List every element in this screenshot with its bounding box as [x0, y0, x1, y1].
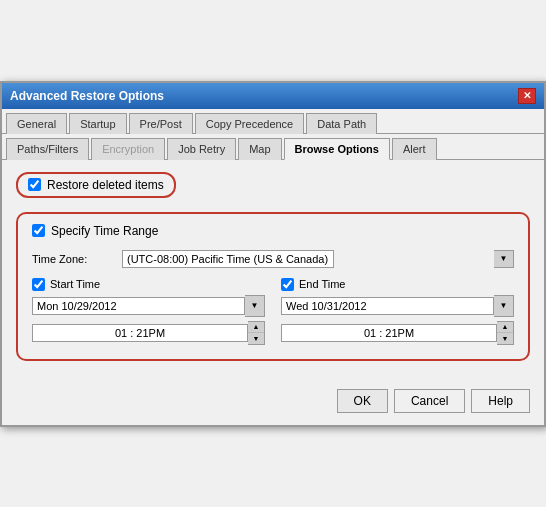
- end-time-spin: ▲ ▼: [497, 321, 514, 345]
- time-zone-label: Time Zone:: [32, 253, 122, 265]
- time-zone-row: Time Zone: (UTC-08:00) Pacific Time (US …: [32, 250, 514, 268]
- specify-time-range-checkbox[interactable]: [32, 224, 45, 237]
- start-time-input[interactable]: [32, 324, 248, 342]
- start-time-input-row: ▲ ▼: [32, 321, 265, 345]
- tab-data-path[interactable]: Data Path: [306, 113, 377, 134]
- end-time-checkbox[interactable]: [281, 278, 294, 291]
- cancel-button[interactable]: Cancel: [394, 389, 465, 413]
- time-zone-select[interactable]: (UTC-08:00) Pacific Time (US & Canada): [122, 250, 334, 268]
- restore-deleted-label: Restore deleted items: [47, 178, 164, 192]
- specify-time-range-label: Specify Time Range: [51, 224, 158, 238]
- end-time-col: End Time ▼ ▲ ▼: [281, 278, 514, 345]
- tab-encryption: Encryption: [91, 138, 165, 160]
- tab-map[interactable]: Map: [238, 138, 281, 160]
- start-time-header: Start Time: [32, 278, 265, 291]
- start-time-spin: ▲ ▼: [248, 321, 265, 345]
- end-time-header: End Time: [281, 278, 514, 291]
- start-time-checkbox[interactable]: [32, 278, 45, 291]
- ok-button[interactable]: OK: [337, 389, 388, 413]
- content-area: Restore deleted items Specify Time Range…: [2, 160, 544, 381]
- tab-paths-filters[interactable]: Paths/Filters: [6, 138, 89, 160]
- tab-browse-options[interactable]: Browse Options: [284, 138, 390, 160]
- time-zone-select-wrapper: (UTC-08:00) Pacific Time (US & Canada) ▼: [122, 250, 514, 268]
- end-date-input[interactable]: [281, 297, 494, 315]
- tab-bar-row2: Paths/Filters Encryption Job Retry Map B…: [2, 134, 544, 160]
- close-button[interactable]: ✕: [518, 88, 536, 104]
- start-time-label: Start Time: [50, 278, 100, 290]
- tab-copy-precedence[interactable]: Copy Precedence: [195, 113, 304, 134]
- start-date-input[interactable]: [32, 297, 245, 315]
- time-range-header: Specify Time Range: [32, 224, 514, 238]
- start-date-dropdown-btn[interactable]: ▼: [245, 295, 265, 317]
- end-time-input[interactable]: [281, 324, 497, 342]
- title-bar-buttons: ✕: [518, 88, 536, 104]
- end-time-up-btn[interactable]: ▲: [497, 322, 513, 333]
- window-title: Advanced Restore Options: [10, 89, 164, 103]
- start-time-up-btn[interactable]: ▲: [248, 322, 264, 333]
- end-date-dropdown-btn[interactable]: ▼: [494, 295, 514, 317]
- start-time-col: Start Time ▼ ▲ ▼: [32, 278, 265, 345]
- start-date-row: ▼: [32, 295, 265, 317]
- time-range-group: Specify Time Range Time Zone: (UTC-08:00…: [16, 212, 530, 361]
- end-date-row: ▼: [281, 295, 514, 317]
- help-button[interactable]: Help: [471, 389, 530, 413]
- tab-job-retry[interactable]: Job Retry: [167, 138, 236, 160]
- time-zone-dropdown-arrow: ▼: [494, 250, 514, 268]
- tab-general[interactable]: General: [6, 113, 67, 134]
- title-bar: Advanced Restore Options ✕: [2, 83, 544, 109]
- end-time-input-row: ▲ ▼: [281, 321, 514, 345]
- footer: OK Cancel Help: [2, 381, 544, 425]
- tab-prepost[interactable]: Pre/Post: [129, 113, 193, 134]
- end-time-label: End Time: [299, 278, 345, 290]
- restore-deleted-checkbox[interactable]: [28, 178, 41, 191]
- tab-bar-row1: General Startup Pre/Post Copy Precedence…: [2, 109, 544, 134]
- restore-deleted-box: Restore deleted items: [16, 172, 176, 198]
- end-time-down-btn[interactable]: ▼: [497, 333, 513, 344]
- tab-startup[interactable]: Startup: [69, 113, 126, 134]
- start-time-down-btn[interactable]: ▼: [248, 333, 264, 344]
- main-window: Advanced Restore Options ✕ General Start…: [0, 81, 546, 427]
- tab-alert[interactable]: Alert: [392, 138, 437, 160]
- time-columns: Start Time ▼ ▲ ▼: [32, 278, 514, 345]
